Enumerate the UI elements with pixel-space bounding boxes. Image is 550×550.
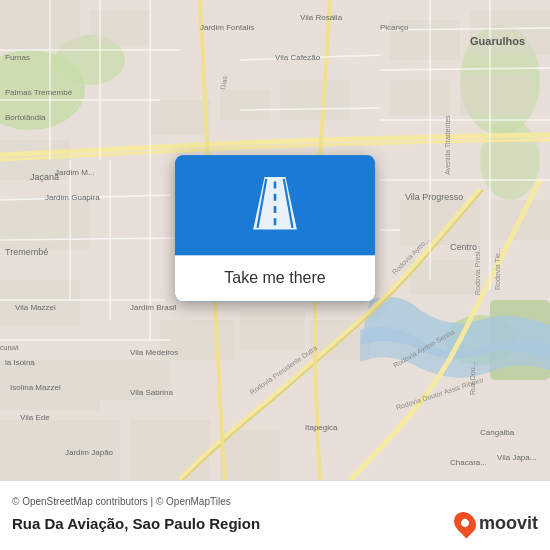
moovit-logo: moovit (455, 511, 538, 535)
moovit-text: moovit (479, 513, 538, 534)
svg-rect-15 (130, 420, 210, 480)
svg-text:la Isoina: la Isoina (5, 358, 35, 367)
svg-text:Vila Medeiros: Vila Medeiros (130, 348, 178, 357)
svg-rect-7 (0, 0, 80, 50)
svg-text:Jardim Japão: Jardim Japão (65, 448, 114, 457)
svg-rect-26 (280, 80, 350, 120)
map-card-icon-area (175, 155, 375, 255)
svg-rect-24 (150, 100, 210, 135)
svg-text:Rodovia Presi...: Rodovia Presi... (474, 246, 481, 295)
svg-text:Chacara...: Chacara... (450, 458, 487, 467)
svg-rect-28 (240, 310, 305, 350)
svg-text:Jardim Fontalis: Jardim Fontalis (200, 23, 254, 32)
svg-text:Centro: Centro (450, 242, 477, 252)
svg-text:Bortolândia: Bortolândia (5, 113, 46, 122)
svg-text:Jardim Guapira: Jardim Guapira (45, 193, 100, 202)
svg-rect-10 (0, 200, 90, 250)
svg-text:Cangalba: Cangalba (480, 428, 515, 437)
svg-text:Guarulhos: Guarulhos (470, 35, 525, 47)
svg-text:Vila Mazzei: Vila Mazzei (15, 303, 56, 312)
svg-text:Jardim M...: Jardim M... (55, 168, 95, 177)
svg-rect-25 (220, 90, 270, 120)
svg-text:Vila Progresso: Vila Progresso (405, 192, 463, 202)
svg-text:Vila Cafezão: Vila Cafezão (275, 53, 321, 62)
svg-text:Picanço: Picanço (380, 23, 409, 32)
svg-text:Itapegica: Itapegica (305, 423, 338, 432)
svg-rect-20 (460, 75, 530, 115)
location-row: Rua Da Aviação, Sao Paulo Region moovit (12, 511, 538, 535)
svg-text:Isolina Mazzel: Isolina Mazzel (10, 383, 61, 392)
svg-text:Vila Ede: Vila Ede (20, 413, 50, 422)
svg-text:Avenida Tiradentes: Avenida Tiradentes (444, 115, 451, 175)
map-container: Guarulhos Jaçanã Tremembé Vila Mazzei Bo… (0, 0, 550, 480)
svg-rect-18 (470, 10, 550, 55)
location-pin-icon (449, 507, 480, 538)
svg-point-4 (480, 120, 540, 200)
svg-text:Rodovia Tie...: Rodovia Tie... (494, 247, 501, 290)
svg-rect-19 (390, 80, 450, 115)
svg-rect-8 (90, 10, 150, 45)
svg-text:Furnas: Furnas (5, 53, 30, 62)
location-name: Rua Da Aviação, Sao Paulo Region (12, 515, 260, 532)
svg-text:Vila Japa...: Vila Japa... (497, 453, 536, 462)
svg-text:Rua Dou...: Rua Dou... (469, 361, 476, 395)
svg-text:Jardim Brasil: Jardim Brasil (130, 303, 176, 312)
road-icon (240, 168, 310, 242)
take-me-there-button[interactable]: Take me there (175, 255, 375, 301)
svg-text:Vila Sabrina: Vila Sabrina (130, 388, 174, 397)
svg-text:curuvi: curuvi (0, 344, 19, 351)
map-attribution: © OpenStreetMap contributors | © OpenMap… (12, 496, 538, 507)
svg-text:Vila Rosália: Vila Rosália (300, 13, 343, 22)
bottom-bar: © OpenStreetMap contributors | © OpenMap… (0, 480, 550, 550)
svg-text:Tremembé: Tremembé (5, 247, 48, 257)
svg-text:Palmas Tremembé: Palmas Tremembé (5, 88, 73, 97)
map-card: Take me there (175, 155, 375, 301)
